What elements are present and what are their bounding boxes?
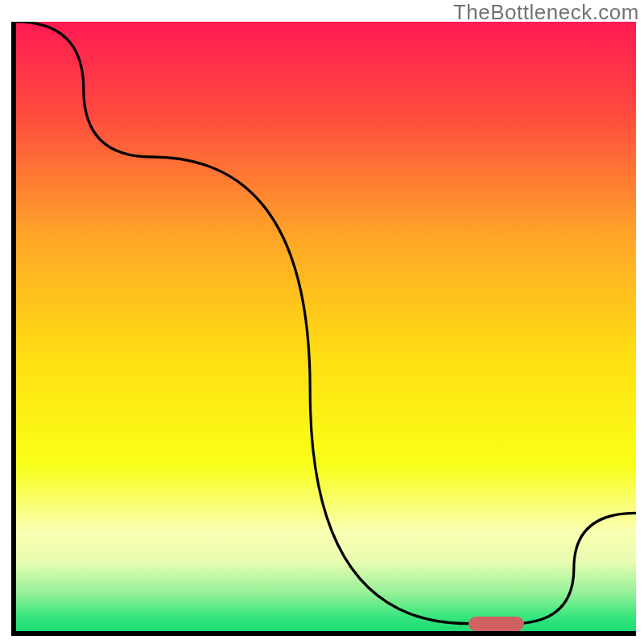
heat-gradient [15,22,636,636]
optimal-range-marker [469,617,524,631]
watermark-text: TheBottleneck.com [453,0,639,25]
chart-frame: TheBottleneck.com [0,0,644,644]
plot-area [15,22,636,636]
y-axis [11,22,16,636]
x-axis [11,631,636,636]
svg-rect-0 [15,22,636,636]
